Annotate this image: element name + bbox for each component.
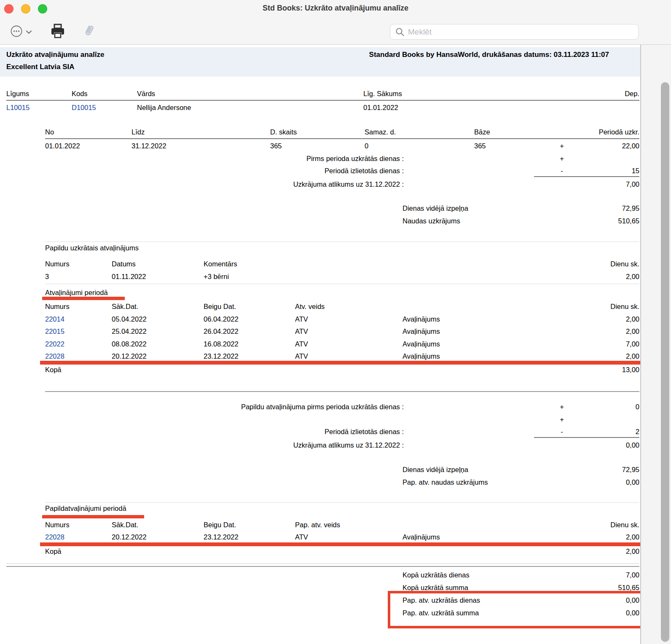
vacation-number-link[interactable]: 22014 [45, 315, 64, 323]
section-title-row: Papildatvaļinājumi periodā [0, 504, 671, 513]
search-icon [395, 27, 405, 39]
column-header-atv-veids: Atv. veids [295, 302, 325, 311]
vacation-type-name: Avaļinājums [403, 315, 440, 323]
vacation-number-link[interactable]: 22028 [45, 533, 64, 541]
total-label: Kopā [45, 547, 62, 555]
summary-label: Naudas uzkrājums [403, 217, 460, 225]
print-info: Standard Books by HansaWorld, drukāšanas… [369, 51, 609, 59]
summary-value: 72,95 [622, 465, 639, 474]
subtotal-rule [534, 437, 639, 438]
print-button[interactable] [50, 24, 66, 40]
adjustment-row: + [0, 415, 671, 424]
column-header-lig-sakums: Līg. Sākums [363, 89, 402, 98]
column-header-dep: Dep. [625, 89, 639, 98]
adjustment-label: Periodā izlietotās dienas : [325, 427, 404, 436]
adjustment-row: Uzkrājuma atlikums uz 31.12.2022 : 0,00 [0, 441, 671, 449]
adjustment-row: Papildu atvaļinājuma pirms perioda uzkrā… [0, 402, 671, 411]
papildu-comment: +3 bērni [204, 272, 229, 281]
column-header-sak-dat: Sāk.Dat. [112, 302, 138, 311]
vacation-row: 22015 25.04.2022 26.04.2022 ATV Avaļināj… [0, 327, 671, 335]
summary-label: Pap. atv. naudas uzkrājums [403, 478, 488, 486]
ellipsis-circle-icon [10, 25, 23, 39]
section-title: Papildu uzkrātais atvaļinājums [45, 244, 139, 252]
column-header-numurs: Numurs [45, 302, 70, 311]
period-from: 01.01.2022 [45, 142, 80, 150]
vacation-type-code: ATV [295, 327, 308, 335]
column-header-pap-atv-veids: Pap. atv. veids [295, 521, 340, 529]
annotation-box [388, 591, 646, 628]
more-options-button[interactable] [10, 24, 32, 40]
vacation-type-name: Avaļinājums [403, 533, 440, 541]
employee-name: Nellija Andersone [137, 103, 191, 112]
vacation-days: 2,00 [626, 352, 639, 360]
column-header-dienu-sk: Dienu sk. [610, 260, 639, 268]
vacation-days: 2,00 [626, 315, 639, 323]
atv-header-row: Numurs Sāk.Dat. Beigu Dat. Atv. veids Di… [0, 302, 671, 311]
adjustment-label: Uzkrājuma atlikums uz 31.12.2022 : [293, 180, 404, 188]
period-header-row: No Līdz D. skaits Samaz. d. Bāze Periodā… [0, 128, 671, 136]
vacation-number-link[interactable]: 22028 [45, 352, 64, 360]
papildu-number: 3 [45, 272, 49, 281]
vacation-type-name: Avaļinājums [403, 352, 440, 360]
summary-row: Naudas uzkrājums 510,65 [0, 217, 671, 225]
column-header-datums: Datums [112, 260, 136, 268]
vacation-start: 20.12.2022 [112, 352, 147, 360]
column-header-beigu-dat: Beigu Dat. [204, 521, 236, 529]
search-input[interactable] [390, 24, 639, 40]
adjustment-value: 0 [636, 402, 639, 411]
period-days: 365 [270, 142, 282, 150]
grand-total-row: Kopā uzkrātā summa 510,65 [0, 583, 671, 592]
column-header-numurs: Numurs [45, 521, 70, 529]
period-row: 01.01.2022 31.12.2022 365 0 365 + 22,00 [0, 142, 671, 150]
papildu-row: 3 01.11.2022 +3 bērni 2,00 [0, 272, 671, 281]
contract-header-row: Līgums Kods Vārds Līg. Sākums Dep. [0, 89, 671, 98]
vacation-row: 22028 20.12.2022 23.12.2022 ATV Avaļināj… [0, 352, 671, 360]
adjustment-value: 7,00 [626, 180, 639, 188]
minus-sign: - [556, 166, 567, 175]
vacation-type-code: ATV [295, 352, 308, 360]
header-rule [6, 100, 639, 101]
attachment-button[interactable] [82, 24, 96, 40]
column-header-no: No [45, 128, 54, 136]
column-header-sak-dat: Sāk.Dat. [112, 521, 138, 529]
chevron-down-icon [26, 28, 32, 36]
adjustment-row: Pirms perioda uzkrātās dienas : + [0, 154, 671, 163]
report-header-band: Uzkrāto atvaļinājumu analīze Excellent L… [0, 47, 641, 77]
adjustment-value: 0,00 [626, 441, 639, 449]
vacation-row: 22022 08.08.2022 16.08.2022 ATV Avaļināj… [0, 340, 671, 348]
contract-start-date: 01.01.2022 [363, 103, 398, 112]
contract-number-link[interactable]: L10015 [6, 103, 30, 112]
atv-total-row: Kopā 13,00 [0, 365, 671, 374]
summary-row: Dienas vidējā izpeļņa 72,95 [0, 204, 671, 212]
plus-sign: + [556, 142, 567, 150]
vacation-number-link[interactable]: 22015 [45, 327, 64, 335]
column-header-dienu-sk: Dienu sk. [610, 302, 639, 311]
vacation-type-code: ATV [295, 315, 308, 323]
column-header-dienu-sk: Dienu sk. [610, 521, 639, 529]
title-bar: Std Books: Uzkrāto atvaļinājumu analīze [0, 0, 671, 45]
column-header-lidz: Līdz [132, 128, 145, 136]
grand-total-value: 510,65 [618, 583, 639, 592]
column-header-d-skaits: D. skaits [270, 128, 297, 136]
report-name: Uzkrāto atvaļinājumu analīze [6, 51, 104, 59]
scrollbar-thumb[interactable] [661, 82, 669, 642]
vacation-number-link[interactable]: 22022 [45, 340, 64, 348]
papatv-header-row: Numurs Sāk.Dat. Beigu Dat. Pap. atv. vei… [0, 521, 671, 529]
column-header-ligums: Līgums [6, 89, 29, 98]
section-title-row: Atvaļinājumi periodā [0, 288, 671, 297]
annotation-line [40, 542, 646, 546]
adjustment-row: Uzkrājuma atlikums uz 31.12.2022 : 7,00 [0, 180, 671, 188]
grand-total-label: Kopā uzkrātā summa [403, 583, 468, 592]
employee-code-link[interactable]: D10015 [72, 103, 96, 112]
adjustment-row: Periodā izlietotās dienas : - 2 [0, 427, 671, 436]
grand-total-value: 7,00 [626, 571, 639, 579]
vacation-end: 26.04.2022 [204, 327, 239, 335]
annotation-underline [42, 515, 144, 518]
plus-sign: + [556, 402, 567, 411]
section-title-row: Papildu uzkrātais atvaļinājums [0, 244, 671, 252]
column-header-kods: Kods [72, 89, 88, 98]
section-rule [45, 502, 639, 503]
subtotal-rule [534, 176, 639, 177]
company-name: Excellent Latvia SIA [6, 63, 75, 71]
total-value: 2,00 [626, 547, 639, 555]
